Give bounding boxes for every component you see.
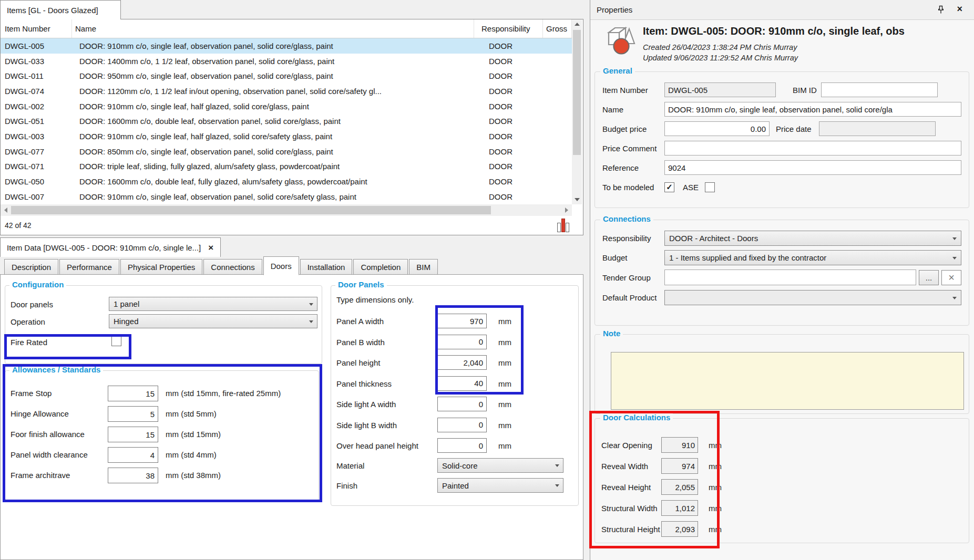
allowance-input[interactable]: 5 [108,406,158,422]
table-row[interactable]: DWGL-033 DOOR: 1400mm c/o, 1 1/2 leaf, o… [1,54,572,69]
item-data-subtab[interactable]: Doors [263,256,299,275]
item-data-tab-label: Item Data [DWGL-005 - DOOR: 910mm c/o, s… [7,243,201,252]
close-icon[interactable]: × [208,243,213,252]
cell-item-number: DWGL-005 [1,38,76,54]
subtab-label: Doors [271,262,292,271]
calculation-unit: mm [709,504,722,513]
scroll-right-icon[interactable] [561,204,572,216]
close-icon[interactable]: × [957,4,962,15]
table-row[interactable]: DWGL-005 DOOR: 910mm c/o, single leaf, o… [1,38,572,54]
dimension-input[interactable]: 0 [437,438,487,453]
table-row[interactable]: DWGL-077 DOOR: 850mm c/o, single leaf, o… [1,144,572,159]
items-status-bar: 42 of 42 [1,216,583,235]
allowance-input[interactable]: 15 [108,386,158,401]
door-calculations-group-title: Door Calculations [600,413,673,422]
budget-select[interactable]: 1 - Items supplied and fixed by the cont… [664,250,961,265]
scroll-left-icon[interactable] [1,204,11,216]
table-row[interactable]: DWGL-002 DOOR: 910mm c/o, single leaf, h… [1,99,572,114]
item-data-subtab[interactable]: Description [4,259,58,275]
allowance-row: Foor finish allowance 15 mm (std 15mm) [5,424,319,445]
price-date-label: Price date [776,125,819,133]
column-header-name[interactable]: Name [72,19,474,38]
to-be-modeled-checkbox[interactable]: ✓ [664,182,674,192]
note-textarea[interactable] [611,352,964,410]
cell-responsibility: DOOR [481,38,558,54]
item-data-subtab[interactable]: Performance [59,259,119,275]
dimension-input[interactable]: 0 [437,335,487,349]
dimension-row: Panel A width 970 mm [331,311,578,332]
allowance-label: Frame architrave [11,471,70,480]
scroll-up-icon[interactable] [572,19,582,29]
price-date-field[interactable] [819,121,936,136]
connections-group: Connections Responsibility DOOR - Archit… [594,220,969,326]
table-row[interactable]: DWGL-074 DOOR: 1120mm c/o, 1 1/2 leaf in… [1,84,572,99]
items-table-body: DWGL-005 DOOR: 910mm c/o, single leaf, o… [1,38,572,204]
items-vertical-scrollbar[interactable] [572,19,582,204]
column-header-item-number[interactable]: Item Number [1,19,72,38]
table-row[interactable]: DWGL-071 DOOR: triple leaf, sliding, ful… [1,159,572,174]
item-data-subtab[interactable]: Physical Properties [120,259,202,275]
allowances-group-title: Allowances / Standards [9,365,103,374]
default-product-select[interactable] [664,290,961,305]
allowance-input[interactable]: 15 [108,427,158,442]
items-tab[interactable]: Items [GL - Doors Glazed] [0,0,121,19]
budget-price-field[interactable]: 0.00 [664,121,770,136]
fire-rated-checkbox[interactable] [111,336,121,346]
vertical-scroll-thumb[interactable] [573,30,581,155]
table-row[interactable]: DWGL-007 DOOR: 910mm c/o, single leaf, o… [1,189,572,204]
dimension-row: Side light B width 0 mm [331,415,578,436]
item-data-subtab[interactable]: Completion [353,259,408,275]
item-data-content: Configuration Door panels 1 panel Operat… [0,274,583,560]
table-row[interactable]: DWGL-051 DOOR: 1600mm c/o, double leaf, … [1,113,572,129]
price-comment-field[interactable] [664,141,961,155]
operation-select[interactable]: Hinged [109,314,317,328]
responsibility-select[interactable]: DOOR - Architect - Doors [664,231,961,246]
pin-icon[interactable] [937,5,945,16]
item-data-subtab[interactable]: Connections [203,259,262,275]
dimension-label: Side light B width [336,421,397,430]
item-data-subtab[interactable]: Installation [300,259,353,275]
item-data-subtab[interactable]: BIM [409,259,438,275]
dimension-input[interactable]: 40 [437,376,487,391]
door-panels-select[interactable]: 1 panel [109,297,317,311]
cell-responsibility: DOOR [481,159,558,174]
scroll-down-icon[interactable] [572,195,582,204]
item-data-tab[interactable]: Item Data [DWGL-005 - DOOR: 910mm c/o, s… [0,237,221,257]
dimension-input[interactable]: 0 [437,397,487,411]
dimension-label: Panel B width [336,338,385,347]
allowance-input[interactable]: 4 [108,447,158,463]
operation-value: Hinged [114,317,139,326]
column-header-responsibility[interactable]: Responsibility [474,19,543,38]
calculation-label: Reveal Width [601,462,648,471]
table-row[interactable]: DWGL-011 DOOR: 950mm c/o, single leaf, o… [1,68,572,84]
dimension-input[interactable]: 970 [437,314,487,328]
name-field[interactable]: DOOR: 910mm c/o, single leaf, observatio… [664,102,961,117]
field-chooser-icon[interactable] [557,219,569,232]
item-number-field[interactable]: DWGL-005 [664,82,776,97]
item-number-label: Item Number [602,86,664,95]
column-header-gross[interactable]: Gross [543,19,572,38]
allowance-label: Foor finish allowance [11,430,85,439]
finish-select[interactable]: Painted [437,478,563,493]
ellipsis-button[interactable]: ... [919,270,939,285]
allowance-label: Panel width clearance [11,450,88,459]
dimension-row: Panel B width 0 mm [331,332,578,353]
material-select[interactable]: Solid-core [437,458,563,473]
dimension-input[interactable]: 2,040 [437,355,487,370]
chevron-down-icon [952,257,957,260]
horizontal-scroll-thumb[interactable] [11,206,491,214]
ase-checkbox[interactable] [705,182,715,192]
table-row[interactable]: DWGL-050 DOOR: 1600mm c/o, double leaf, … [1,174,572,189]
table-row[interactable]: DWGL-003 DOOR: 910mm c/o, single leaf, h… [1,129,572,144]
cell-item-number: DWGL-071 [1,159,76,174]
cell-responsibility: DOOR [481,99,558,114]
clear-icon[interactable]: × [941,270,961,285]
items-horizontal-scrollbar[interactable] [1,204,572,216]
bim-id-field[interactable] [821,82,938,97]
allowance-row: Panel width clearance 4 mm (std 4mm) [5,445,319,465]
cell-item-number: DWGL-002 [1,99,76,114]
reference-field[interactable]: 9024 [664,160,961,175]
tender-group-field[interactable] [664,269,916,285]
allowance-input[interactable]: 38 [108,468,158,483]
dimension-input[interactable]: 0 [437,418,487,432]
